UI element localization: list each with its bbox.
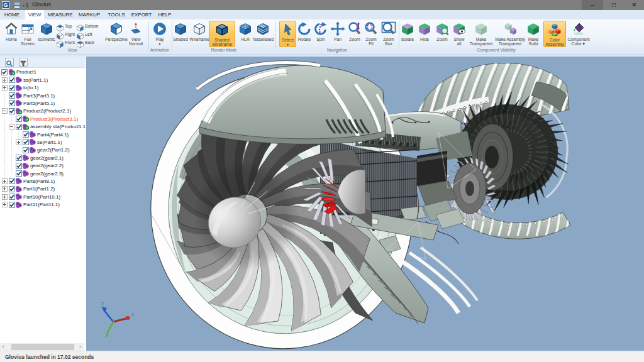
- svg-text:X: X: [131, 312, 135, 317]
- svg-text:Z: Z: [101, 302, 104, 306]
